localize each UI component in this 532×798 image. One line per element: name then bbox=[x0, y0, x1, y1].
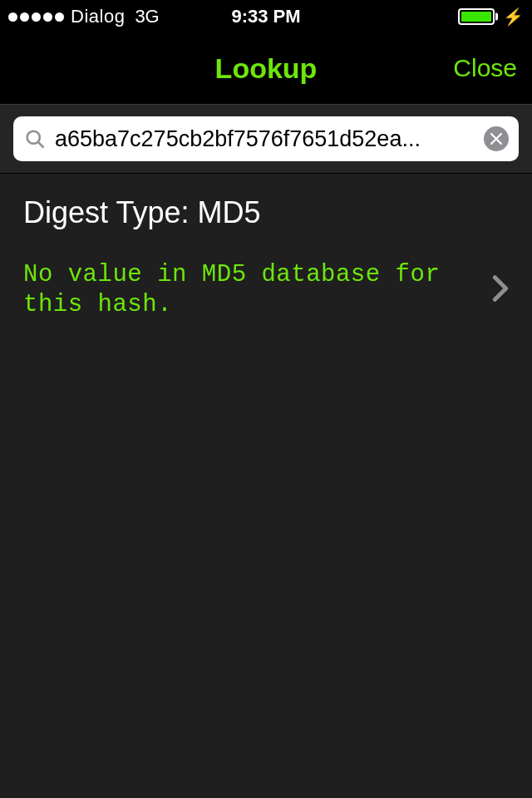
status-right: ⚡ bbox=[458, 7, 524, 27]
svg-line-1 bbox=[38, 142, 43, 147]
close-icon bbox=[490, 133, 502, 145]
search-value: a65ba7c275cb2bf7576f7651d52ea... bbox=[55, 128, 475, 150]
charging-icon: ⚡ bbox=[503, 7, 524, 27]
status-bar: Dialog 3G 9:33 PM ⚡ bbox=[0, 0, 532, 33]
result-row[interactable]: No value in MD5 database for this hash. bbox=[23, 260, 509, 321]
chevron-right-icon bbox=[492, 274, 509, 306]
carrier-label: Dialog bbox=[71, 6, 125, 27]
signal-strength-icon bbox=[8, 12, 64, 22]
clear-search-button[interactable] bbox=[484, 126, 509, 151]
svg-point-0 bbox=[27, 131, 40, 144]
search-icon bbox=[23, 127, 47, 150]
clock-label: 9:33 PM bbox=[231, 6, 300, 27]
status-left: Dialog 3G bbox=[8, 6, 160, 27]
network-type-label: 3G bbox=[135, 6, 159, 27]
search-bar-container: a65ba7c275cb2bf7576f7651d52ea... bbox=[0, 104, 532, 174]
navigation-bar: Lookup Close bbox=[0, 33, 532, 104]
results-content: Digest Type: MD5 No value in MD5 databas… bbox=[0, 174, 532, 798]
result-message: No value in MD5 database for this hash. bbox=[23, 260, 475, 321]
page-title: Lookup bbox=[215, 52, 318, 85]
search-input[interactable]: a65ba7c275cb2bf7576f7651d52ea... bbox=[13, 116, 519, 161]
digest-type-heading: Digest Type: MD5 bbox=[23, 195, 509, 230]
close-button[interactable]: Close bbox=[453, 54, 517, 82]
battery-icon bbox=[458, 8, 495, 25]
